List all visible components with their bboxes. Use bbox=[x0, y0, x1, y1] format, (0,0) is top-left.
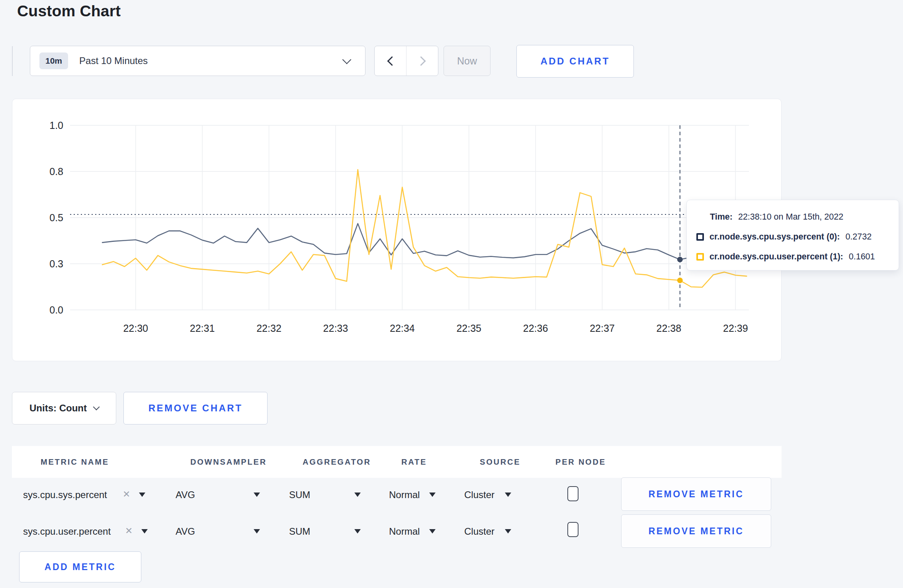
per-node-checkbox[interactable] bbox=[567, 522, 579, 537]
downsampler-caret-icon[interactable] bbox=[254, 493, 260, 497]
per-node-checkbox[interactable] bbox=[567, 486, 579, 501]
add-metric-button[interactable]: ADD METRIC bbox=[19, 551, 141, 582]
chevron-down-icon bbox=[342, 55, 352, 64]
metric-caret-icon[interactable] bbox=[141, 529, 148, 533]
source-caret-icon[interactable] bbox=[505, 529, 511, 533]
svg-text:22:30: 22:30 bbox=[123, 323, 148, 334]
svg-text:22:36: 22:36 bbox=[523, 323, 548, 334]
units-dropdown[interactable]: Units: Count bbox=[12, 392, 116, 424]
page-title: Custom Chart bbox=[17, 2, 121, 20]
source-select[interactable]: Cluster bbox=[464, 526, 494, 537]
aggregator-caret-icon[interactable] bbox=[354, 493, 361, 497]
rate-caret-icon[interactable] bbox=[429, 529, 436, 533]
time-range-label: Past 10 Minutes bbox=[79, 55, 148, 66]
time-range-badge: 10m bbox=[39, 53, 68, 69]
tooltip-series-label: cr.node.sys.cpu.user.percent (1): bbox=[710, 252, 843, 262]
column-header-metric-name: METRIC NAME bbox=[41, 458, 109, 467]
tooltip-time-label: Time: bbox=[710, 212, 733, 222]
time-back-button[interactable] bbox=[375, 46, 406, 76]
aggregator-select[interactable]: SUM bbox=[289, 489, 310, 500]
aggregator-select[interactable]: SUM bbox=[289, 526, 310, 537]
chart-card: 0.00.30.50.81.022:3022:3122:3222:3322:34… bbox=[12, 99, 782, 361]
tooltip-series-value: 0.2732 bbox=[845, 232, 872, 242]
source-caret-icon[interactable] bbox=[505, 493, 511, 497]
svg-text:22:38: 22:38 bbox=[657, 323, 682, 334]
column-header-per-node: PER NODE bbox=[555, 458, 606, 467]
svg-text:22:32: 22:32 bbox=[256, 323, 281, 334]
rate-select[interactable]: Normal bbox=[389, 489, 420, 500]
column-header-rate: RATE bbox=[401, 458, 427, 467]
add-chart-button[interactable]: ADD CHART bbox=[516, 45, 634, 78]
tooltip-series-label: cr.node.sys.cpu.sys.percent (0): bbox=[710, 232, 840, 242]
metric-caret-icon[interactable] bbox=[139, 493, 145, 497]
tooltip-series-row: cr.node.sys.cpu.user.percent (1): 0.1601 bbox=[687, 247, 899, 267]
column-header-downsampler: DOWNSAMPLER bbox=[190, 458, 267, 467]
svg-text:0.5: 0.5 bbox=[49, 212, 63, 223]
svg-text:22:34: 22:34 bbox=[390, 323, 415, 334]
clear-metric-icon[interactable]: ✕ bbox=[125, 526, 133, 536]
metric-name-select[interactable]: sys.cpu.sys.percent bbox=[23, 489, 107, 500]
now-button[interactable]: Now bbox=[444, 46, 491, 76]
svg-text:22:39: 22:39 bbox=[723, 323, 748, 334]
chevron-right-icon bbox=[416, 56, 426, 66]
svg-text:0.8: 0.8 bbox=[49, 166, 63, 177]
remove-chart-button[interactable]: REMOVE CHART bbox=[123, 392, 268, 424]
metric-name-select[interactable]: sys.cpu.user.percent bbox=[23, 526, 111, 537]
tooltip-series-value: 0.1601 bbox=[849, 252, 875, 262]
svg-text:1.0: 1.0 bbox=[49, 120, 63, 131]
aggregator-caret-icon[interactable] bbox=[354, 529, 361, 533]
tooltip-time-value: 22:38:10 on Mar 15th, 2022 bbox=[738, 212, 843, 222]
metrics-table-header: METRIC NAME DOWNSAMPLER AGGREGATOR RATE … bbox=[12, 446, 782, 478]
rate-caret-icon[interactable] bbox=[429, 493, 436, 497]
rate-select[interactable]: Normal bbox=[389, 526, 420, 537]
svg-text:0.3: 0.3 bbox=[49, 258, 63, 269]
source-select[interactable]: Cluster bbox=[464, 489, 494, 500]
remove-metric-button[interactable]: REMOVE METRIC bbox=[621, 477, 771, 511]
custom-chart-page: { "title": "Custom Chart", "toolbar": { … bbox=[0, 0, 903, 588]
time-forward-button[interactable] bbox=[406, 46, 438, 76]
chevron-left-icon bbox=[387, 56, 397, 66]
remove-metric-button[interactable]: REMOVE METRIC bbox=[621, 514, 771, 548]
column-header-aggregator: AGGREGATOR bbox=[303, 458, 371, 467]
time-range-dropdown[interactable]: 10m Past 10 Minutes bbox=[30, 46, 366, 76]
svg-text:22:35: 22:35 bbox=[456, 323, 481, 334]
series-swatch-user-icon bbox=[696, 253, 704, 261]
tooltip-time-row: Time: 22:38:10 on Mar 15th, 2022 bbox=[687, 207, 899, 227]
column-header-source: SOURCE bbox=[480, 458, 520, 467]
toolbar-divider bbox=[12, 46, 13, 76]
svg-text:0.0: 0.0 bbox=[49, 304, 63, 315]
svg-text:22:33: 22:33 bbox=[323, 323, 348, 334]
downsampler-select[interactable]: AVG bbox=[176, 489, 195, 500]
downsampler-caret-icon[interactable] bbox=[254, 529, 260, 533]
chart-svg[interactable]: 0.00.30.50.81.022:3022:3122:3222:3322:34… bbox=[12, 99, 782, 362]
svg-text:22:37: 22:37 bbox=[590, 323, 615, 334]
svg-text:22:31: 22:31 bbox=[190, 323, 215, 334]
units-label: Units: Count bbox=[29, 403, 87, 414]
chevron-down-icon bbox=[93, 404, 100, 411]
downsampler-select[interactable]: AVG bbox=[176, 526, 195, 537]
tooltip-series-row: cr.node.sys.cpu.sys.percent (0): 0.2732 bbox=[687, 227, 899, 247]
series-swatch-sys-icon bbox=[696, 233, 704, 241]
chart-tooltip: Time: 22:38:10 on Mar 15th, 2022 cr.node… bbox=[686, 200, 899, 271]
time-nav-group bbox=[374, 46, 438, 76]
clear-metric-icon[interactable]: ✕ bbox=[123, 489, 130, 500]
